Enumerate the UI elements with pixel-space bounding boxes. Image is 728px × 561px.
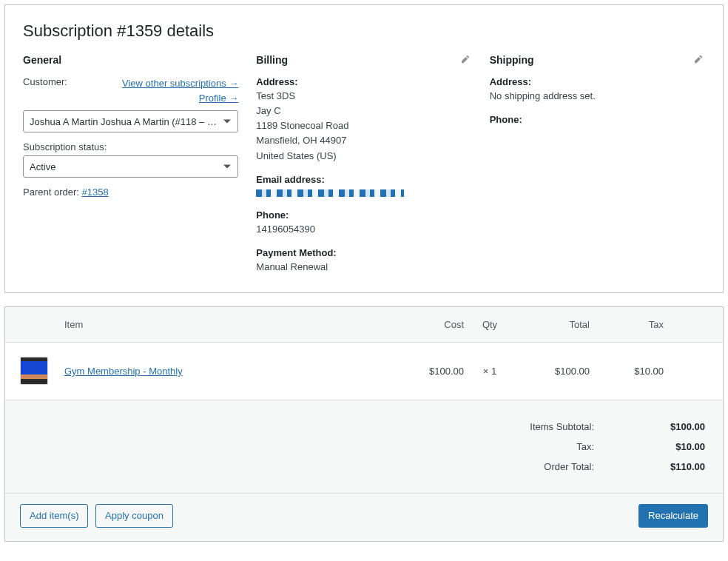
customer-label: Customer: [23,76,67,87]
line-item-qty: × 1 [464,366,516,377]
billing-email-redacted [256,189,404,197]
shipping-column: Shipping Address: No shipping address se… [490,54,705,275]
billing-phone-value: 14196054390 [256,222,471,237]
general-heading: General [23,54,238,66]
items-header-cost: Cost [397,319,464,330]
profile-link[interactable]: Profile → [199,93,238,104]
billing-address-line3: 1189 Stonecoal Road [256,118,471,133]
billing-address-line5: United States (US) [256,149,471,164]
view-other-subscriptions-link[interactable]: View other subscriptions → [122,78,238,89]
customer-quick-links: View other subscriptions → Profile → [122,76,238,106]
subscription-details-panel: Subscription #1359 details General Custo… [4,4,724,293]
page-title: Subscription #1359 details [23,21,705,41]
parent-order-link[interactable]: #1358 [82,187,109,198]
items-actions-bar: Add item(s) Apply coupon Recalculate [5,493,723,541]
parent-order-label: Parent order: [23,187,82,198]
billing-phone-label: Phone: [256,209,471,221]
product-name-link[interactable]: Gym Membership - Monthly [64,366,183,377]
payment-method-value: Manual Renewal [256,260,471,275]
status-label: Subscription status: [23,141,238,152]
line-item-tax: $10.00 [590,366,664,377]
order-total-label: Order Total: [468,461,638,472]
add-items-button[interactable]: Add item(s) [20,504,88,528]
billing-email-label: Email address: [256,174,471,185]
billing-address-line1: Test 3DS [256,89,471,104]
items-header-tax: Tax [590,319,664,330]
general-column: General Customer: View other subscriptio… [23,54,238,275]
subtotal-value: $100.00 [638,421,705,432]
apply-coupon-button[interactable]: Apply coupon [95,504,173,528]
line-item-cost: $100.00 [397,366,464,377]
items-header-total: Total [516,319,590,330]
items-header-row: Item Cost Qty Total Tax [5,307,723,343]
payment-method-label: Payment Method: [256,247,471,258]
billing-address-line4: Mansfield, OH 44907 [256,133,471,148]
order-totals: Items Subtotal: $100.00 Tax: $10.00 Orde… [5,400,723,493]
details-columns: General Customer: View other subscriptio… [23,54,705,275]
recalculate-button[interactable]: Recalculate [638,504,708,528]
subscription-status-select[interactable]: Active [23,155,238,178]
product-thumbnail [20,357,48,385]
billing-address-label: Address: [256,76,471,87]
shipping-phone-label: Phone: [490,114,705,125]
shipping-address-label: Address: [490,76,705,87]
shipping-heading: Shipping [490,54,705,66]
pencil-icon[interactable] [460,54,472,66]
items-body: Gym Membership - Monthly $100.00 × 1 $10… [5,343,723,400]
items-header-item: Item [64,319,397,330]
customer-select[interactable]: Joshua A Martin Joshua A Martin (#118 – … [23,110,238,132]
order-items-panel: Item Cost Qty Total Tax Gym Membership -… [4,306,724,542]
billing-address-line2: Jay C [256,104,471,118]
pencil-icon[interactable] [693,54,705,66]
items-header-qty: Qty [464,319,516,330]
billing-heading: Billing [256,54,471,66]
tax-label: Tax: [468,441,638,452]
order-total-value: $110.00 [638,461,705,472]
tax-value: $10.00 [638,441,705,452]
billing-column: Billing Address: Test 3DS Jay C 1189 Sto… [256,54,471,275]
shipping-address-value: No shipping address set. [490,89,705,104]
line-item-total: $100.00 [516,366,590,377]
parent-order: Parent order: #1358 [23,187,238,198]
subtotal-label: Items Subtotal: [468,421,638,432]
line-item-row: Gym Membership - Monthly $100.00 × 1 $10… [5,343,723,400]
